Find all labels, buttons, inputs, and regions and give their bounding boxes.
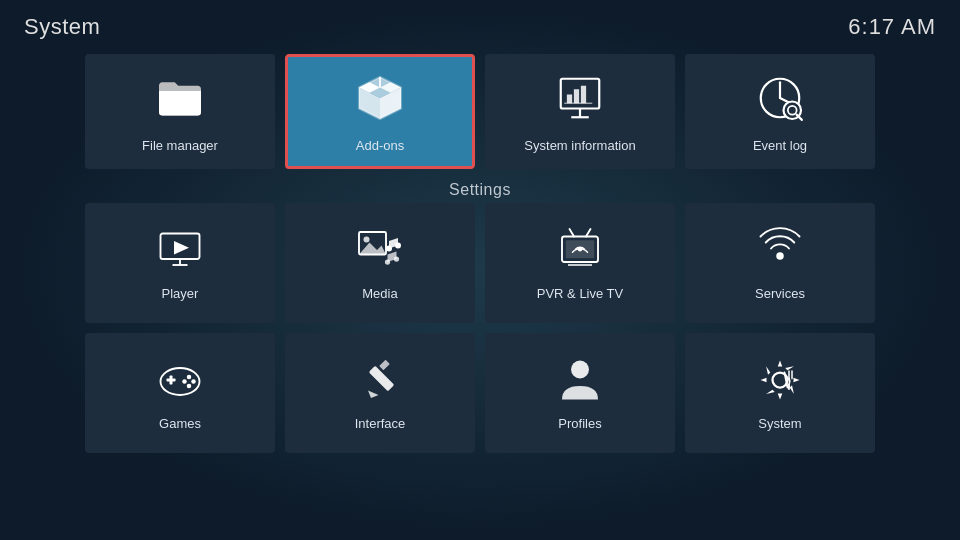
svg-rect-10	[581, 86, 586, 104]
svg-rect-5	[561, 79, 600, 109]
top-row: File manager A	[0, 48, 960, 175]
svg-point-25	[386, 245, 392, 251]
player-icon	[156, 226, 204, 278]
tile-event-log[interactable]: Event log	[685, 54, 875, 169]
page-title: System	[24, 14, 100, 40]
svg-marker-44	[368, 390, 379, 398]
games-icon	[156, 356, 204, 408]
system-information-label: System information	[524, 138, 635, 153]
tile-system[interactable]: System	[685, 333, 875, 453]
file-manager-label: File manager	[142, 138, 218, 153]
settings-row-1: Player Media	[0, 203, 960, 323]
tile-games[interactable]: Games	[85, 333, 275, 453]
pvr-icon	[556, 226, 604, 278]
media-label: Media	[362, 286, 397, 301]
add-ons-label: Add-ons	[356, 138, 404, 153]
svg-point-34	[578, 247, 583, 252]
tile-system-information[interactable]: System information	[485, 54, 675, 169]
event-log-label: Event log	[753, 138, 807, 153]
svg-point-27	[385, 259, 390, 264]
svg-point-46	[571, 360, 589, 378]
sysinfo-icon	[552, 70, 608, 130]
system-label: System	[758, 416, 801, 431]
system-icon	[756, 356, 804, 408]
settings-row-2: Games Interface	[0, 333, 960, 453]
services-icon	[756, 226, 804, 278]
tile-interface[interactable]: Interface	[285, 333, 475, 453]
interface-icon	[356, 356, 404, 408]
tile-file-manager[interactable]: File manager	[85, 54, 275, 169]
games-label: Games	[159, 416, 201, 431]
svg-line-31	[586, 229, 591, 237]
svg-rect-9	[574, 89, 579, 103]
svg-point-39	[187, 374, 192, 379]
header: System 6:17 AM	[0, 0, 960, 48]
interface-label: Interface	[355, 416, 406, 431]
addons-icon	[352, 70, 408, 130]
media-icon	[356, 226, 404, 278]
svg-point-28	[394, 256, 399, 261]
svg-point-41	[182, 379, 187, 384]
svg-point-26	[395, 242, 401, 248]
eventlog-icon	[752, 70, 808, 130]
svg-line-30	[570, 229, 575, 237]
main-page: System 6:17 AM File manager	[0, 0, 960, 540]
svg-rect-8	[567, 95, 572, 104]
tile-services[interactable]: Services	[685, 203, 875, 323]
tile-add-ons[interactable]: Add-ons	[285, 54, 475, 169]
tile-profiles[interactable]: Profiles	[485, 333, 675, 453]
clock: 6:17 AM	[848, 14, 936, 40]
svg-rect-38	[170, 375, 173, 384]
svg-marker-19	[174, 241, 189, 255]
profiles-icon	[556, 356, 604, 408]
svg-point-35	[776, 252, 784, 260]
tile-player[interactable]: Player	[85, 203, 275, 323]
settings-label: Settings	[0, 175, 960, 203]
svg-point-23	[364, 236, 370, 242]
pvr-live-tv-label: PVR & Live TV	[537, 286, 623, 301]
profiles-label: Profiles	[558, 416, 601, 431]
player-label: Player	[162, 286, 199, 301]
svg-rect-45	[379, 359, 390, 370]
folder-icon	[152, 70, 208, 130]
svg-rect-43	[369, 365, 394, 390]
svg-point-42	[187, 383, 192, 388]
tile-pvr-live-tv[interactable]: PVR & Live TV	[485, 203, 675, 323]
services-label: Services	[755, 286, 805, 301]
tile-media[interactable]: Media	[285, 203, 475, 323]
svg-marker-24	[359, 242, 386, 254]
svg-point-40	[191, 379, 196, 384]
